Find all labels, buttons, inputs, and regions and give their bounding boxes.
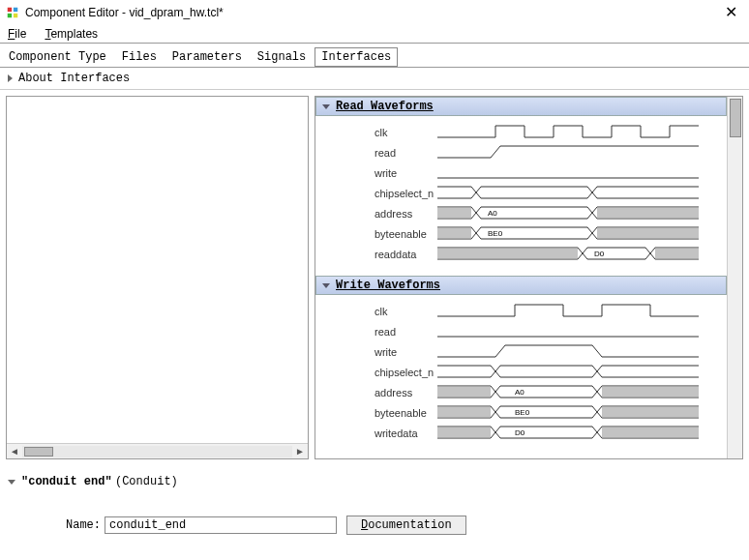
svg-rect-11 bbox=[602, 386, 699, 398]
svg-rect-5 bbox=[597, 207, 699, 219]
window-title: Component Editor - vid_dpram_hw.tcl* bbox=[25, 6, 719, 19]
signal-label: address bbox=[321, 208, 437, 220]
signal-label: readdata bbox=[321, 249, 437, 260]
main-content: ◄ ► Read Waveforms clk read write chipse… bbox=[0, 90, 749, 465]
conduit-name-quoted: "conduit end" bbox=[21, 475, 112, 488]
about-interfaces-toggle[interactable]: About Interfaces bbox=[0, 68, 749, 90]
svg-rect-8 bbox=[437, 248, 578, 259]
scroll-thumb[interactable] bbox=[24, 447, 53, 457]
conduit-end-toggle[interactable]: "conduit end" (Conduit) bbox=[8, 475, 741, 488]
waveforms-content: Read Waveforms clk read write chipselect… bbox=[315, 97, 727, 458]
signal-label: read bbox=[321, 326, 437, 338]
section-write-waveforms[interactable]: Write Waveforms bbox=[315, 276, 727, 295]
read-wave-block: clk read write chipselect_n addressA0 by… bbox=[315, 116, 727, 276]
menubar: File Templates bbox=[0, 25, 749, 44]
name-row: Name: Documentation bbox=[8, 516, 741, 535]
waveform-address: A0 bbox=[437, 384, 721, 401]
bus-value: A0 bbox=[515, 388, 524, 397]
svg-rect-3 bbox=[14, 14, 17, 17]
waveform-read bbox=[437, 144, 721, 162]
signal-label: writedata bbox=[321, 427, 437, 439]
tab-component-type[interactable]: Component Type bbox=[2, 47, 113, 67]
vertical-scrollbar[interactable] bbox=[727, 97, 742, 458]
bus-value: BE0 bbox=[515, 408, 530, 417]
tab-files[interactable]: Files bbox=[115, 47, 164, 67]
signal-label: byteenable bbox=[321, 228, 437, 240]
tab-bar: Component Type Files Parameters Signals … bbox=[0, 44, 749, 68]
svg-rect-13 bbox=[602, 406, 699, 418]
waveform-byteenable: BE0 bbox=[437, 225, 721, 243]
waveform-read bbox=[437, 323, 721, 340]
signal-label: clk bbox=[321, 127, 437, 138]
scroll-track[interactable] bbox=[22, 446, 292, 457]
scroll-right-icon[interactable]: ► bbox=[292, 446, 308, 457]
right-pane: Read Waveforms clk read write chipselect… bbox=[315, 96, 743, 459]
signal-label: write bbox=[321, 167, 437, 179]
signal-label: chipselect_n bbox=[321, 367, 437, 378]
svg-rect-2 bbox=[8, 14, 12, 17]
tab-signals[interactable]: Signals bbox=[251, 47, 313, 67]
left-pane: ◄ ► bbox=[6, 96, 309, 459]
close-icon[interactable]: ✕ bbox=[719, 5, 743, 20]
svg-rect-9 bbox=[655, 248, 699, 259]
write-wave-block: clk read write chipselect_n addressA0 by… bbox=[315, 295, 727, 455]
conduit-end-section: "conduit end" (Conduit) Name: Documentat… bbox=[0, 465, 749, 539]
waveform-write bbox=[437, 164, 721, 182]
signal-label: write bbox=[321, 346, 437, 358]
svg-rect-6 bbox=[437, 227, 471, 239]
waveform-readdata: D0 bbox=[437, 246, 721, 263]
chevron-down-icon bbox=[322, 104, 330, 109]
waveform-chipselect bbox=[437, 185, 721, 202]
name-input[interactable] bbox=[105, 516, 337, 534]
waveform-chipselect bbox=[437, 364, 721, 381]
waveform-clk bbox=[437, 303, 721, 320]
documentation-button[interactable]: Documentation bbox=[346, 516, 466, 535]
signal-label: clk bbox=[321, 306, 437, 317]
chevron-right-icon bbox=[8, 74, 13, 82]
svg-rect-7 bbox=[597, 227, 699, 239]
svg-rect-0 bbox=[8, 8, 12, 12]
menu-templates[interactable]: Templates bbox=[41, 25, 102, 43]
section-read-label: Read Waveforms bbox=[336, 100, 434, 113]
bus-value: BE0 bbox=[488, 229, 503, 238]
svg-rect-4 bbox=[437, 207, 471, 219]
tab-interfaces[interactable]: Interfaces bbox=[315, 47, 398, 67]
waveform-write bbox=[437, 343, 721, 361]
bus-value: A0 bbox=[488, 209, 497, 218]
svg-rect-12 bbox=[437, 406, 491, 418]
chevron-down-icon bbox=[8, 480, 15, 485]
menu-file[interactable]: File bbox=[4, 25, 30, 43]
bus-value: D0 bbox=[594, 250, 605, 258]
waveform-clk bbox=[437, 124, 721, 141]
section-read-waveforms[interactable]: Read Waveforms bbox=[315, 97, 727, 116]
signal-label: read bbox=[321, 147, 437, 159]
bus-value: D0 bbox=[515, 428, 525, 437]
signal-label: byteenable bbox=[321, 407, 437, 419]
tab-parameters[interactable]: Parameters bbox=[165, 47, 249, 67]
titlebar: Component Editor - vid_dpram_hw.tcl* ✕ bbox=[0, 0, 749, 25]
app-icon bbox=[6, 6, 19, 19]
horizontal-scrollbar[interactable]: ◄ ► bbox=[7, 443, 308, 458]
conduit-type: (Conduit) bbox=[115, 475, 178, 488]
chevron-down-icon bbox=[322, 283, 330, 288]
svg-rect-10 bbox=[437, 386, 491, 398]
waveform-writedata: D0 bbox=[437, 425, 721, 442]
signal-label: chipselect_n bbox=[321, 188, 437, 199]
waveform-byteenable: BE0 bbox=[437, 404, 721, 422]
scroll-left-icon[interactable]: ◄ bbox=[7, 446, 22, 457]
svg-rect-1 bbox=[14, 8, 17, 12]
signal-label: address bbox=[321, 387, 437, 398]
about-label: About Interfaces bbox=[18, 72, 130, 85]
left-pane-body bbox=[7, 97, 308, 443]
waveform-address: A0 bbox=[437, 205, 721, 222]
svg-rect-15 bbox=[602, 427, 699, 438]
scroll-thumb[interactable] bbox=[730, 99, 741, 137]
section-write-label: Write Waveforms bbox=[336, 279, 440, 292]
svg-rect-14 bbox=[437, 427, 491, 438]
name-label: Name: bbox=[66, 518, 101, 532]
